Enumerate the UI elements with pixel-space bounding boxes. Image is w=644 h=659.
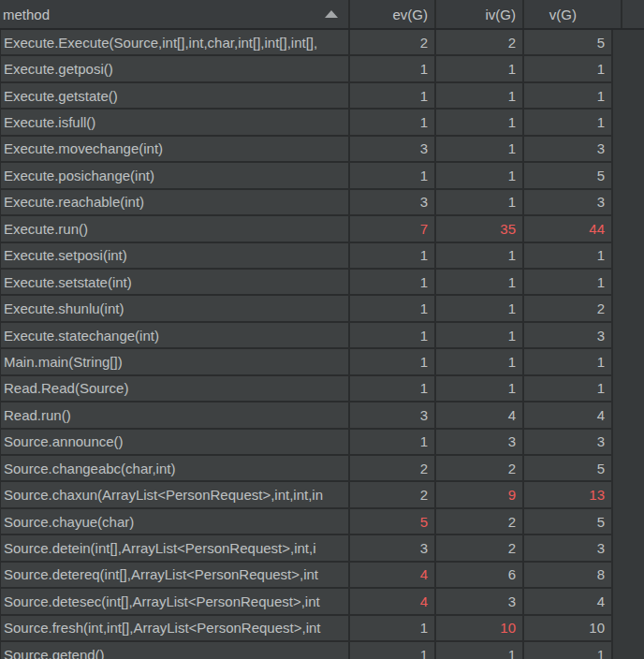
ev-cell: 3: [350, 137, 436, 161]
v-cell: 10: [524, 616, 613, 640]
ev-cell: 3: [350, 535, 436, 560]
iv-cell: 1: [436, 83, 524, 108]
metrics-table: method ev(G) iv(G) v(G) Execute.Execute(…: [0, 0, 644, 659]
table-body: Execute.Execute(Source,int[],int,char,in…: [0, 30, 613, 659]
column-header-iv-label: iv(G): [486, 7, 517, 22]
iv-cell: 1: [436, 243, 524, 268]
ev-cell: 3: [350, 190, 436, 214]
iv-cell: 1: [436, 642, 524, 659]
table-row[interactable]: Execute.posichange(int) 1 1 5: [0, 163, 613, 189]
ev-cell: 5: [350, 509, 436, 534]
table-row[interactable]: Source.announce() 1 3 3: [0, 430, 613, 456]
table-row[interactable]: Execute.isfull() 1 1 1: [0, 110, 613, 136]
iv-cell: 2: [436, 456, 524, 480]
method-cell: Execute.reachable(int): [0, 190, 350, 214]
table-row[interactable]: Read.Read(Source) 1 1 1: [0, 376, 613, 403]
method-cell: Execute.setstate(int): [0, 270, 350, 294]
column-header-ev[interactable]: ev(G): [350, 0, 436, 28]
iv-cell: 3: [436, 589, 524, 613]
method-cell: Source.detereq(int[],ArrayList<PersonReq…: [0, 563, 350, 587]
v-cell: 1: [524, 376, 613, 401]
table-header: method ev(G) iv(G) v(G): [0, 0, 644, 30]
method-cell: Source.detein(int[],ArrayList<PersonRequ…: [0, 535, 350, 560]
column-header-v[interactable]: v(G): [524, 0, 622, 28]
v-cell: 1: [524, 83, 613, 108]
iv-cell: 3: [436, 430, 524, 454]
method-cell: Source.chayue(char): [0, 509, 350, 534]
ev-cell: 1: [350, 376, 436, 401]
iv-cell: 1: [436, 56, 524, 81]
table-row[interactable]: Execute.setposi(int) 1 1 1: [0, 243, 613, 270]
iv-cell: 1: [436, 137, 524, 161]
table-row[interactable]: Execute.statechange(int) 1 1 3: [0, 323, 613, 349]
ev-cell: 1: [350, 323, 436, 347]
table-row[interactable]: Execute.getposi() 1 1 1: [0, 56, 613, 82]
ev-cell: 2: [350, 482, 436, 506]
column-header-method-label: method: [3, 7, 50, 22]
iv-cell: 9: [436, 482, 524, 506]
v-cell: 44: [524, 216, 613, 241]
table-row[interactable]: Read.run() 3 4 4: [0, 403, 613, 429]
method-cell: Source.changeabc(char,int): [0, 456, 350, 480]
column-header-method[interactable]: method: [0, 0, 350, 28]
v-cell: 13: [524, 482, 613, 506]
table-row[interactable]: Main.main(String[]) 1 1 1: [0, 349, 613, 375]
iv-cell: 35: [436, 216, 524, 241]
table-row[interactable]: Execute.movechange(int) 3 1 3: [0, 137, 613, 163]
method-cell: Execute.posichange(int): [0, 163, 350, 187]
iv-cell: 6: [436, 563, 524, 587]
iv-cell: 2: [436, 535, 524, 560]
iv-cell: 2: [436, 30, 524, 54]
ev-cell: 1: [350, 270, 436, 294]
column-header-iv[interactable]: iv(G): [436, 0, 524, 28]
table-row[interactable]: Source.fresh(int,int[],ArrayList<PersonR…: [0, 616, 613, 642]
method-cell: Source.chaxun(ArrayList<PersonRequest>,i…: [0, 482, 350, 506]
table-row[interactable]: Source.chaxun(ArrayList<PersonRequest>,i…: [0, 482, 613, 508]
v-cell: 1: [524, 642, 613, 659]
method-cell: Execute.movechange(int): [0, 137, 350, 161]
method-cell: Source.getend(): [0, 642, 350, 659]
table-row[interactable]: Source.chayue(char) 5 2 5: [0, 509, 613, 535]
ev-cell: 4: [350, 563, 436, 587]
ev-cell: 2: [350, 30, 436, 54]
ev-cell: 1: [350, 642, 436, 659]
iv-cell: 1: [436, 190, 524, 214]
iv-cell: 1: [436, 270, 524, 294]
iv-cell: 10: [436, 616, 524, 640]
method-cell: Source.detesec(int[],ArrayList<PersonReq…: [0, 589, 350, 613]
table-row[interactable]: Execute.run() 7 35 44: [0, 216, 613, 242]
table-row[interactable]: Execute.shunlu(int) 1 1 2: [0, 296, 613, 322]
iv-cell: 1: [436, 296, 524, 320]
v-cell: 8: [524, 563, 613, 587]
v-cell: 3: [524, 430, 613, 454]
method-cell: Execute.getposi(): [0, 56, 350, 81]
table-row[interactable]: Execute.reachable(int) 3 1 3: [0, 190, 613, 216]
table-row[interactable]: Source.changeabc(char,int) 2 2 5: [0, 456, 613, 482]
v-cell: 1: [524, 270, 613, 294]
table-row[interactable]: Source.detesec(int[],ArrayList<PersonReq…: [0, 589, 613, 615]
iv-cell: 1: [436, 163, 524, 187]
table-row[interactable]: Execute.setstate(int) 1 1 1: [0, 270, 613, 296]
ev-cell: 1: [350, 296, 436, 320]
v-cell: 5: [524, 456, 613, 480]
ev-cell: 1: [350, 349, 436, 373]
table-row[interactable]: Source.detein(int[],ArrayList<PersonRequ…: [0, 535, 613, 562]
v-cell: 3: [524, 137, 613, 161]
v-cell: 5: [524, 163, 613, 187]
ev-cell: 1: [350, 56, 436, 81]
ev-cell: 7: [350, 216, 436, 241]
table-row[interactable]: Execute.Execute(Source,int[],int,char,in…: [0, 30, 613, 56]
table-row[interactable]: Source.getend() 1 1 1: [0, 642, 613, 659]
sort-ascending-icon: [325, 10, 338, 18]
iv-cell: 1: [436, 376, 524, 401]
table-row[interactable]: Source.detereq(int[],ArrayList<PersonReq…: [0, 563, 613, 589]
v-cell: 1: [524, 110, 613, 134]
v-cell: 4: [524, 403, 613, 427]
method-cell: Read.run(): [0, 403, 350, 427]
v-cell: 4: [524, 589, 613, 613]
table-row[interactable]: Execute.getstate() 1 1 1: [0, 83, 613, 110]
v-cell: 1: [524, 56, 613, 81]
iv-cell: 2: [436, 509, 524, 534]
iv-cell: 4: [436, 403, 524, 427]
method-cell: Execute.Execute(Source,int[],int,char,in…: [0, 30, 350, 54]
